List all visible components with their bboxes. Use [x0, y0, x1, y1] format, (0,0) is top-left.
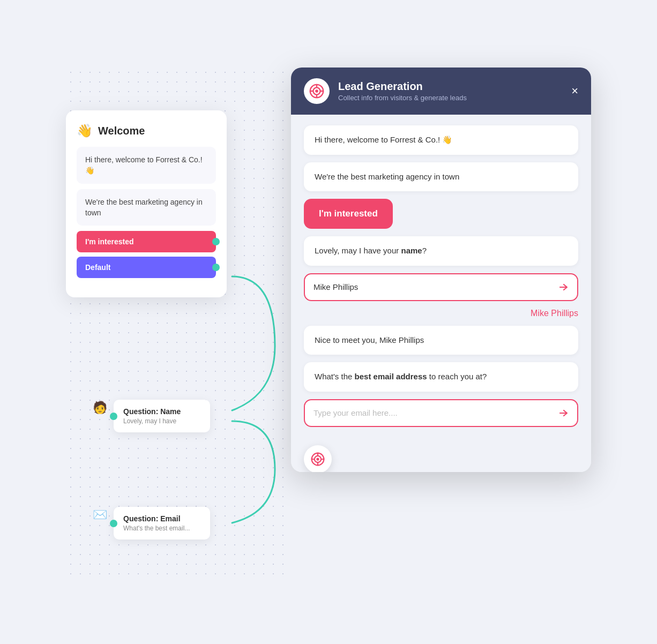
- chat-message-meet: Nice to meet you, Mike Phillips: [304, 326, 578, 355]
- chat-header: Lead Generation Collect info from visito…: [291, 68, 591, 115]
- svg-point-2: [315, 89, 318, 93]
- flow-node-name: 🧑 Question: Name Lovely, may I have: [93, 400, 210, 432]
- close-button[interactable]: ×: [571, 85, 578, 97]
- flow-message-1: Hi there, welcome to Forrest & Co.! 👋: [77, 147, 216, 184]
- name-input[interactable]: [313, 282, 553, 291]
- user-reply-name: Mike Phillips: [304, 309, 578, 318]
- node-name-title: Question: Name: [123, 407, 200, 416]
- flow-button-default[interactable]: Default: [77, 257, 216, 278]
- chat-widget: Lead Generation Collect info from visito…: [291, 68, 591, 472]
- flow-panel-title: Welcome: [98, 125, 145, 137]
- flow-panel-header: 👋 Welcome: [77, 123, 216, 138]
- name-input-row[interactable]: [304, 273, 578, 301]
- chat-footer: [291, 440, 591, 472]
- email-input-row[interactable]: [304, 399, 578, 427]
- email-send-button[interactable]: [558, 408, 569, 418]
- svg-point-9: [316, 458, 319, 460]
- node-connector-dot-1: [110, 413, 117, 420]
- welcome-emoji: 👋: [77, 123, 93, 138]
- chat-title: Lead Generation: [338, 80, 563, 93]
- flow-btn-connector-dot-1: [212, 238, 220, 245]
- chat-logo: [304, 78, 330, 104]
- flow-button-interested[interactable]: I'm interested: [77, 231, 216, 252]
- chat-body: Hi there, welcome to Forrest & Co.! 👋 We…: [291, 115, 591, 440]
- chat-subtitle: Collect info from visitors & generate le…: [338, 94, 563, 102]
- chat-message-name-question: Lovely, may I have your name?: [304, 236, 578, 266]
- chat-message-1: Hi there, welcome to Forrest & Co.! 👋: [304, 125, 578, 155]
- node-email-emoji: ✉️: [93, 508, 107, 522]
- footer-logo: [304, 445, 332, 472]
- node-email-sub: What's the best email...: [123, 525, 200, 532]
- flow-message-2: We're the best marketing agency in town: [77, 189, 216, 226]
- chat-header-info: Lead Generation Collect info from visito…: [338, 80, 563, 102]
- flow-btn-connector-dot-2: [212, 264, 220, 271]
- chat-message-email-question: What's the best email address to reach y…: [304, 362, 578, 392]
- node-name-emoji: 🧑: [93, 401, 107, 415]
- chat-message-2: We're the best marketing agency in town: [304, 162, 578, 192]
- flow-node-email: ✉️ Question: Email What's the best email…: [93, 507, 210, 540]
- node-connector-dot-2: [110, 520, 117, 527]
- name-send-button[interactable]: [558, 282, 569, 293]
- node-email-title: Question: Email: [123, 514, 200, 523]
- email-input[interactable]: [313, 408, 553, 417]
- interested-button[interactable]: I'm interested: [304, 199, 393, 229]
- node-name-sub: Lovely, may I have: [123, 417, 200, 425]
- flow-panel: 👋 Welcome Hi there, welcome to Forrest &…: [66, 110, 227, 297]
